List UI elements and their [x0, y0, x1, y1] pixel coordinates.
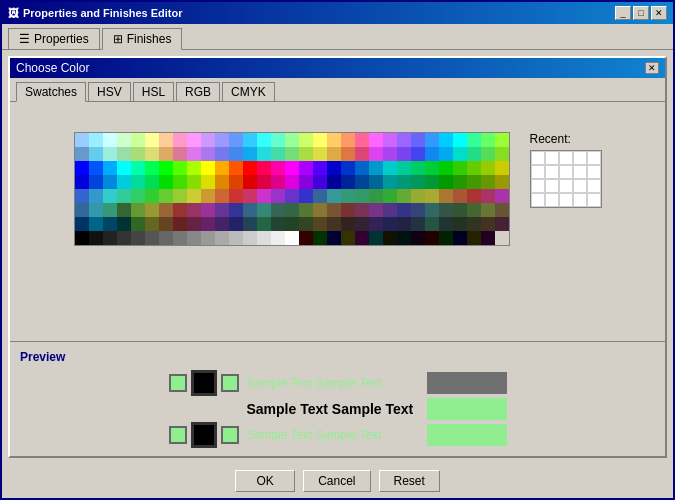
color-cell[interactable] — [159, 203, 173, 217]
color-cell[interactable] — [313, 175, 327, 189]
color-cell[interactable] — [75, 231, 89, 245]
color-cell[interactable] — [285, 203, 299, 217]
color-cell[interactable] — [467, 175, 481, 189]
color-cell[interactable] — [425, 217, 439, 231]
color-cell[interactable] — [439, 133, 453, 147]
color-cell[interactable] — [327, 189, 341, 203]
tab-cmyk[interactable]: CMYK — [222, 82, 275, 101]
color-cell[interactable] — [439, 217, 453, 231]
color-cell[interactable] — [103, 203, 117, 217]
color-cell[interactable] — [327, 133, 341, 147]
color-cell[interactable] — [467, 133, 481, 147]
color-cell[interactable] — [75, 217, 89, 231]
color-cell[interactable] — [145, 203, 159, 217]
color-cell[interactable] — [229, 231, 243, 245]
color-cell[interactable] — [369, 203, 383, 217]
color-cell[interactable] — [481, 147, 495, 161]
recent-cell[interactable] — [587, 151, 601, 165]
color-cell[interactable] — [481, 203, 495, 217]
color-cell[interactable] — [201, 217, 215, 231]
color-cell[interactable] — [299, 133, 313, 147]
color-cell[interactable] — [145, 217, 159, 231]
color-cell[interactable] — [495, 175, 509, 189]
color-cell[interactable] — [439, 189, 453, 203]
color-cell[interactable] — [383, 161, 397, 175]
color-cell[interactable] — [411, 203, 425, 217]
color-cell[interactable] — [187, 175, 201, 189]
color-cell[interactable] — [341, 147, 355, 161]
color-cell[interactable] — [383, 175, 397, 189]
color-cell[interactable] — [467, 217, 481, 231]
color-cell[interactable] — [453, 147, 467, 161]
color-cell[interactable] — [299, 203, 313, 217]
color-cell[interactable] — [257, 231, 271, 245]
color-cell[interactable] — [327, 147, 341, 161]
color-cell[interactable] — [439, 161, 453, 175]
color-cell[interactable] — [313, 147, 327, 161]
color-cell[interactable] — [173, 217, 187, 231]
color-cell[interactable] — [411, 147, 425, 161]
color-cell[interactable] — [201, 133, 215, 147]
color-cell[interactable] — [173, 161, 187, 175]
color-cell[interactable] — [201, 203, 215, 217]
color-cell[interactable] — [257, 133, 271, 147]
color-cell[interactable] — [495, 189, 509, 203]
recent-cell[interactable] — [573, 193, 587, 207]
recent-cell[interactable] — [573, 151, 587, 165]
color-cell[interactable] — [89, 175, 103, 189]
color-cell[interactable] — [201, 231, 215, 245]
color-cell[interactable] — [243, 231, 257, 245]
color-cell[interactable] — [75, 189, 89, 203]
color-cell[interactable] — [439, 147, 453, 161]
recent-cell[interactable] — [545, 179, 559, 193]
color-cell[interactable] — [131, 133, 145, 147]
color-cell[interactable] — [131, 203, 145, 217]
color-cell[interactable] — [383, 231, 397, 245]
recent-cell[interactable] — [573, 179, 587, 193]
color-cell[interactable] — [243, 161, 257, 175]
color-cell[interactable] — [89, 203, 103, 217]
color-cell[interactable] — [397, 217, 411, 231]
color-cell[interactable] — [173, 189, 187, 203]
color-cell[interactable] — [341, 203, 355, 217]
color-cell[interactable] — [453, 203, 467, 217]
color-cell[interactable] — [117, 231, 131, 245]
color-cell[interactable] — [187, 147, 201, 161]
color-cell[interactable] — [495, 203, 509, 217]
color-cell[interactable] — [299, 175, 313, 189]
cancel-button[interactable]: Cancel — [303, 470, 370, 492]
color-cell[interactable] — [285, 189, 299, 203]
ok-button[interactable]: OK — [235, 470, 295, 492]
maximize-button[interactable]: □ — [633, 6, 649, 20]
color-cell[interactable] — [453, 175, 467, 189]
color-cell[interactable] — [89, 147, 103, 161]
color-cell[interactable] — [341, 217, 355, 231]
color-cell[interactable] — [299, 161, 313, 175]
color-cell[interactable] — [117, 161, 131, 175]
color-cell[interactable] — [103, 189, 117, 203]
color-cell[interactable] — [327, 161, 341, 175]
color-cell[interactable] — [187, 217, 201, 231]
color-cell[interactable] — [411, 217, 425, 231]
color-cell[interactable] — [131, 175, 145, 189]
color-cell[interactable] — [439, 231, 453, 245]
color-cell[interactable] — [271, 217, 285, 231]
color-cell[interactable] — [383, 203, 397, 217]
color-cell[interactable] — [215, 203, 229, 217]
color-cell[interactable] — [131, 217, 145, 231]
color-cell[interactable] — [355, 161, 369, 175]
color-cell[interactable] — [243, 217, 257, 231]
color-cell[interactable] — [229, 147, 243, 161]
color-cell[interactable] — [383, 133, 397, 147]
color-cell[interactable] — [75, 203, 89, 217]
color-cell[interactable] — [369, 231, 383, 245]
color-cell[interactable] — [425, 175, 439, 189]
color-cell[interactable] — [117, 189, 131, 203]
color-cell[interactable] — [159, 147, 173, 161]
recent-cell[interactable] — [545, 165, 559, 179]
color-cell[interactable] — [355, 175, 369, 189]
color-cell[interactable] — [327, 231, 341, 245]
color-cell[interactable] — [215, 175, 229, 189]
color-cell[interactable] — [383, 217, 397, 231]
color-cell[interactable] — [103, 147, 117, 161]
